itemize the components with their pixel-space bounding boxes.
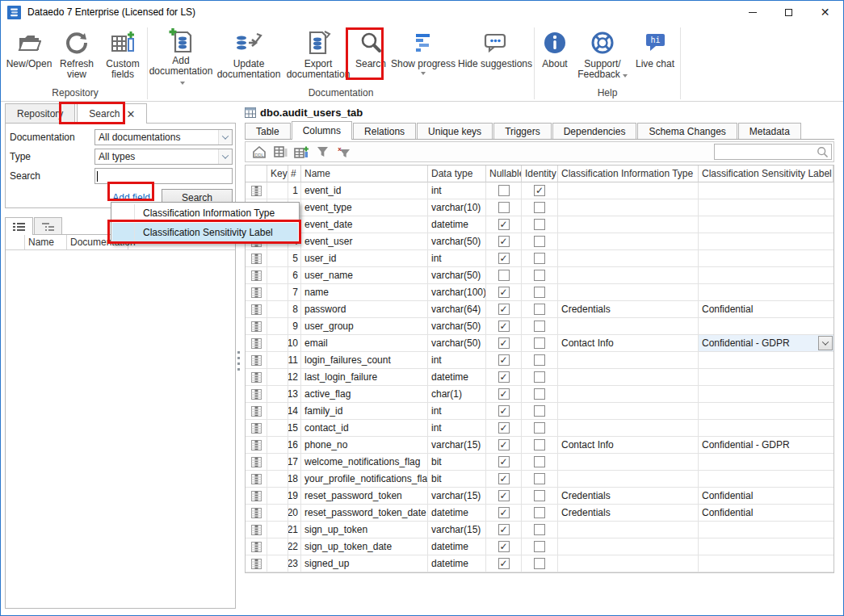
classification-information-type-cell[interactable]: Contact Info bbox=[558, 437, 699, 454]
identity-cell[interactable] bbox=[522, 199, 558, 216]
row-handle[interactable] bbox=[246, 182, 267, 199]
name-cell[interactable]: family_id bbox=[301, 403, 428, 420]
nullable-checkbox[interactable]: ✓ bbox=[498, 371, 510, 383]
identity-checkbox[interactable] bbox=[534, 490, 545, 501]
classification-information-type-cell[interactable]: Contact Info bbox=[558, 335, 699, 352]
tab-relations[interactable]: Relations bbox=[353, 123, 416, 139]
nullable-cell[interactable]: ✓ bbox=[486, 335, 522, 352]
identity-checkbox[interactable] bbox=[534, 405, 545, 417]
identity-checkbox[interactable] bbox=[534, 202, 545, 213]
classification-sensitivity-label-cell[interactable] bbox=[699, 199, 834, 216]
classification-sensitivity-label-cell[interactable] bbox=[699, 555, 834, 572]
identity-checkbox[interactable] bbox=[534, 270, 545, 281]
nullable-cell[interactable]: ✓ bbox=[486, 216, 522, 233]
nullable-cell[interactable]: ✓ bbox=[486, 488, 522, 505]
data-type-cell[interactable]: int bbox=[428, 420, 486, 437]
data-type-cell[interactable]: int bbox=[428, 250, 486, 267]
row-handle[interactable] bbox=[246, 369, 267, 386]
classification-sensitivity-label-cell[interactable] bbox=[699, 216, 834, 233]
identity-cell[interactable] bbox=[522, 233, 558, 250]
tab-search[interactable]: Search ✕ bbox=[77, 103, 147, 124]
identity-cell[interactable] bbox=[522, 403, 558, 420]
data-type-cell[interactable]: varchar(100) bbox=[428, 284, 486, 301]
name-cell[interactable]: active_flag bbox=[301, 386, 428, 403]
nullable-cell[interactable]: ✓ bbox=[486, 233, 522, 250]
classification-sensitivity-label-cell[interactable] bbox=[699, 386, 834, 403]
name-cell[interactable]: reset_password_token bbox=[301, 488, 428, 505]
custom-fields-button[interactable]: Custom fields bbox=[99, 26, 146, 84]
documentation-select[interactable]: All documentations bbox=[94, 129, 233, 145]
tab-dependencies[interactable]: Dependencies bbox=[552, 123, 637, 139]
identity-checkbox[interactable] bbox=[534, 507, 545, 518]
tab-close-icon[interactable]: ✕ bbox=[126, 109, 135, 119]
identity-cell[interactable] bbox=[522, 369, 558, 386]
nullable-cell[interactable]: ✓ bbox=[486, 437, 522, 454]
type-select[interactable]: All types bbox=[94, 149, 233, 165]
tab-repository[interactable]: Repository bbox=[5, 103, 75, 124]
nullable-checkbox[interactable] bbox=[498, 185, 510, 196]
identity-cell[interactable] bbox=[522, 386, 558, 403]
nullable-cell[interactable]: ✓ bbox=[486, 454, 522, 471]
name-cell[interactable]: sign_up_token bbox=[301, 522, 428, 538]
classification-sensitivity-label-cell[interactable]: Confidential bbox=[699, 488, 834, 505]
nullable-cell[interactable]: ✓ bbox=[486, 471, 522, 488]
data-type-cell[interactable]: varchar(50) bbox=[428, 233, 486, 250]
nullable-checkbox[interactable]: ✓ bbox=[498, 541, 510, 552]
identity-checkbox[interactable] bbox=[534, 236, 545, 247]
tab-metadata[interactable]: Metadata bbox=[738, 123, 801, 139]
menu-item-classification-sensitivity-label[interactable]: Classification Sensitivity Label bbox=[112, 223, 298, 242]
name-cell[interactable]: event_user bbox=[301, 233, 428, 250]
classification-sensitivity-label-cell[interactable] bbox=[699, 267, 834, 284]
classification-information-type-cell[interactable] bbox=[558, 522, 699, 538]
nullable-cell[interactable]: ✓ bbox=[486, 318, 522, 335]
grid-header-data-type[interactable]: Data type bbox=[428, 166, 486, 182]
classification-information-type-cell[interactable] bbox=[558, 216, 699, 233]
row-handle[interactable] bbox=[246, 522, 267, 538]
name-cell[interactable]: signed_up bbox=[301, 555, 428, 572]
refresh-view-button[interactable]: Refresh view bbox=[54, 26, 99, 84]
data-type-cell[interactable]: datetime bbox=[428, 505, 486, 522]
row-handle[interactable] bbox=[246, 318, 267, 335]
nullable-cell[interactable] bbox=[486, 182, 522, 199]
name-cell[interactable]: user_group bbox=[301, 318, 428, 335]
column-settings-button[interactable] bbox=[270, 143, 291, 161]
about-button[interactable]: About bbox=[535, 26, 574, 84]
nullable-checkbox[interactable] bbox=[498, 202, 510, 213]
nullable-checkbox[interactable]: ✓ bbox=[498, 558, 510, 569]
data-type-cell[interactable]: varchar(50) bbox=[428, 318, 486, 335]
nullable-checkbox[interactable]: ✓ bbox=[498, 253, 510, 264]
classification-sensitivity-label-cell[interactable] bbox=[699, 538, 834, 555]
row-handle[interactable] bbox=[246, 284, 267, 301]
data-type-cell[interactable]: char(1) bbox=[428, 386, 486, 403]
row-handle[interactable] bbox=[246, 403, 267, 420]
menu-item-classification-information-type[interactable]: Classification Information Type bbox=[112, 203, 298, 223]
nullable-checkbox[interactable]: ✓ bbox=[498, 304, 510, 315]
nullable-cell[interactable]: ✓ bbox=[486, 538, 522, 555]
classification-sensitivity-label-cell[interactable] bbox=[699, 318, 834, 335]
minimize-button[interactable] bbox=[734, 1, 771, 23]
nullable-cell[interactable]: ✓ bbox=[486, 522, 522, 538]
identity-cell[interactable] bbox=[522, 488, 558, 505]
classification-sensitivity-label-cell[interactable] bbox=[699, 352, 834, 369]
identity-cell[interactable] bbox=[522, 216, 558, 233]
tree-view-tab[interactable] bbox=[34, 217, 62, 235]
name-cell[interactable]: sign_up_token_date bbox=[301, 538, 428, 555]
script-ddl-button[interactable]: DDL bbox=[249, 143, 270, 161]
classification-information-type-cell[interactable] bbox=[558, 352, 699, 369]
classification-information-type-cell[interactable]: Credentials bbox=[558, 505, 699, 522]
tab-unique-keys[interactable]: Unique keys bbox=[417, 123, 493, 139]
identity-checkbox[interactable] bbox=[534, 304, 545, 315]
grid-header-number[interactable]: # bbox=[288, 166, 301, 182]
classification-information-type-cell[interactable] bbox=[558, 420, 699, 437]
identity-checkbox[interactable] bbox=[534, 524, 545, 535]
row-handle[interactable] bbox=[246, 267, 267, 284]
nullable-checkbox[interactable]: ✓ bbox=[498, 456, 510, 467]
name-cell[interactable]: password bbox=[301, 301, 428, 318]
data-type-cell[interactable]: varchar(10) bbox=[428, 199, 486, 216]
identity-checkbox[interactable] bbox=[534, 287, 545, 298]
hide-suggestions-button[interactable]: Hide suggestions bbox=[457, 26, 533, 84]
data-type-cell[interactable]: varchar(15) bbox=[428, 437, 486, 454]
identity-cell[interactable] bbox=[522, 267, 558, 284]
identity-checkbox[interactable] bbox=[534, 253, 545, 264]
nullable-checkbox[interactable]: ✓ bbox=[498, 507, 510, 518]
